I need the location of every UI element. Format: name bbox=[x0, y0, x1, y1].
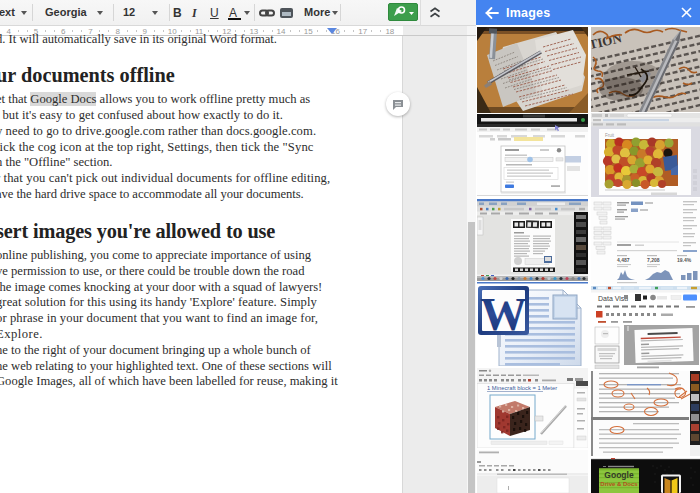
svg-text:7,208: 7,208 bbox=[647, 257, 660, 263]
svg-text:Google: Google bbox=[604, 470, 634, 480]
svg-text:4,487: 4,487 bbox=[617, 257, 630, 263]
svg-text:W: W bbox=[480, 288, 527, 340]
svg-text:19.4%: 19.4% bbox=[677, 257, 692, 263]
svg-text:1 Minecraft block = 1 Meter: 1 Minecraft block = 1 Meter bbox=[487, 385, 557, 391]
svg-text:Fruit: Fruit bbox=[605, 133, 615, 138]
svg-text:Data Visu: Data Visu bbox=[598, 295, 628, 302]
svg-text:Drive & Docs: Drive & Docs bbox=[600, 481, 638, 487]
